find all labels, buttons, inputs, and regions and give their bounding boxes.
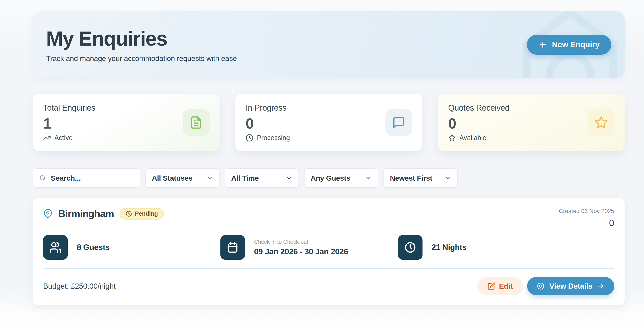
enquiry-info-row: 8 Guests Check-in to Check-out 09 Jan 20… <box>43 235 614 260</box>
stats-row: Total Enquiries 1 Active In Progress 0 P… <box>33 94 624 151</box>
budget-label: Budget: £250.00/night <box>43 282 116 290</box>
search-icon <box>39 174 46 182</box>
view-details-button[interactable]: View Details <box>527 277 614 295</box>
page-subtitle: Track and manage your accommodation requ… <box>46 54 237 63</box>
enquiry-footer: Budget: £250.00/night Edit View Details <box>43 269 614 295</box>
created-date: Created 03 Nov 2025 <box>559 208 614 215</box>
eye-icon <box>536 282 545 290</box>
enquiry-actions: Edit View Details <box>477 277 614 295</box>
chevron-down-icon <box>206 175 213 182</box>
status-badge: Pending <box>120 208 164 220</box>
edit-button[interactable]: Edit <box>477 277 523 295</box>
enquiry-card: Birmingham Pending Created 03 Nov 2025 0… <box>33 198 624 305</box>
search-box[interactable] <box>33 168 140 188</box>
new-enquiry-button[interactable]: New Enquiry <box>527 35 611 55</box>
guests-tile <box>43 235 68 260</box>
arrow-right-icon <box>597 282 605 290</box>
edit-button-label: Edit <box>499 282 513 290</box>
calendar-icon <box>226 241 239 254</box>
nights-count: 21 Nights <box>432 243 466 252</box>
clock-icon <box>126 211 132 217</box>
enquiry-location: Birmingham <box>58 208 114 220</box>
time-filter-value: All Time <box>231 174 259 182</box>
stat-iconbox <box>183 109 210 136</box>
dates-info: Check-in to Check-out 09 Jan 2026 - 30 J… <box>220 235 398 260</box>
chevron-down-icon <box>444 175 451 182</box>
star-icon <box>448 134 456 142</box>
enquiry-meta: Created 03 Nov 2025 0 <box>559 208 614 228</box>
hero-banner: My Enquiries Track and manage your accom… <box>33 11 624 78</box>
sort-dropdown[interactable]: Newest First <box>384 168 458 188</box>
page-title: My Enquiries <box>46 27 237 50</box>
enquiry-location-row: Birmingham Pending <box>43 208 164 220</box>
nights-tile <box>398 235 422 260</box>
stat-sublabel-row: Active <box>43 134 209 142</box>
stat-sublabel: Processing <box>257 134 290 142</box>
filters-row: All Statuses All Time Any Guests Newest … <box>33 168 624 188</box>
stat-card-in-progress: In Progress 0 Processing <box>235 94 422 151</box>
enquiry-count: 0 <box>559 218 614 228</box>
enquiry-header: Birmingham Pending Created 03 Nov 2025 0 <box>43 208 614 228</box>
dates-text: Check-in to Check-out 09 Jan 2026 - 30 J… <box>254 239 348 256</box>
dates-caption: Check-in to Check-out <box>254 239 348 245</box>
chevron-down-icon <box>286 175 292 182</box>
message-square-icon <box>392 116 405 129</box>
stat-sublabel: Active <box>54 134 72 142</box>
view-details-label: View Details <box>549 282 592 290</box>
page-content: My Enquiries Track and manage your accom… <box>33 0 624 305</box>
nights-info: 21 Nights <box>398 235 614 260</box>
search-input[interactable] <box>51 174 134 182</box>
calendar-tile <box>220 235 245 260</box>
stat-iconbox <box>386 109 412 136</box>
new-enquiry-label: New Enquiry <box>552 40 600 49</box>
time-filter-dropdown[interactable]: All Time <box>225 168 299 188</box>
stat-iconbox <box>588 109 615 136</box>
trending-up-icon <box>43 134 51 142</box>
stat-card-quotes-received: Quotes Received 0 Available <box>438 94 624 151</box>
stat-sublabel-row: Available <box>448 134 614 142</box>
plus-icon <box>538 40 547 49</box>
clock-icon <box>404 241 416 254</box>
guests-info: 8 Guests <box>43 235 220 260</box>
sort-value: Newest First <box>390 174 432 182</box>
users-icon <box>49 241 62 254</box>
guests-filter-value: Any Guests <box>310 174 350 182</box>
map-pin-icon <box>43 209 52 218</box>
stat-card-total-enquiries: Total Enquiries 1 Active <box>33 94 220 151</box>
hero-text: My Enquiries Track and manage your accom… <box>46 27 237 63</box>
clock-icon <box>246 134 254 142</box>
status-badge-label: Pending <box>135 211 158 217</box>
stat-sublabel: Available <box>460 134 486 142</box>
status-filter-value: All Statuses <box>152 174 192 182</box>
guests-count: 8 Guests <box>77 243 110 252</box>
edit-icon <box>488 282 496 290</box>
chevron-down-icon <box>365 175 372 182</box>
stat-sublabel-row: Processing <box>246 134 412 142</box>
status-filter-dropdown[interactable]: All Statuses <box>145 168 220 188</box>
date-range: 09 Jan 2026 - 30 Jan 2026 <box>254 247 348 256</box>
star-icon <box>594 116 608 129</box>
file-text-icon <box>190 116 203 129</box>
guests-filter-dropdown[interactable]: Any Guests <box>304 168 378 188</box>
